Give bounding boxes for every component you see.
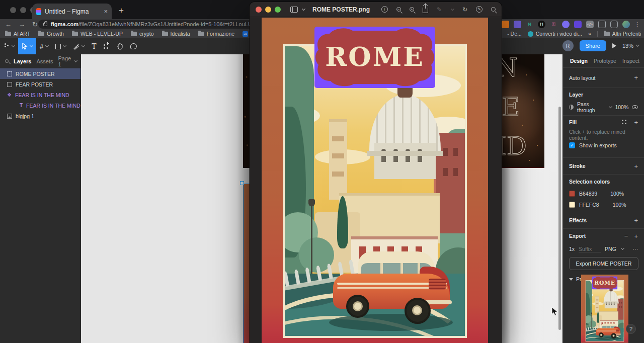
bookmark-item[interactable]: WEB - LEVEL-UP [72,31,123,37]
tab-assets[interactable]: Assets [36,58,53,64]
tab-prototype[interactable]: Prototype [594,58,616,64]
sidebar-toggle-icon[interactable] [290,7,298,13]
profile-avatar[interactable] [622,21,630,28]
chevron-down-icon[interactable] [302,7,305,10]
search-icon[interactable] [5,59,9,63]
preview-titlebar[interactable]: ROME POSTER.png i − + ✎ ↻ ✎ [250,2,502,17]
remove-export-icon[interactable]: − [624,232,628,240]
markup-toolbar-icon[interactable]: ✎ [476,6,482,13]
bookmark-item[interactable]: crypto [131,31,154,37]
preview-window[interactable]: ROME POSTER.png i − + ✎ ↻ ✎ [250,2,502,343]
tab-close-icon[interactable]: × [104,8,108,15]
add-auto-layout-icon[interactable]: + [634,74,638,81]
browser-tab[interactable]: Untitled – Figma × [32,4,112,19]
resources-button[interactable] [100,38,113,54]
close-icon[interactable] [256,7,262,13]
info-icon[interactable]: i [381,6,388,13]
hand-tool-button[interactable] [113,38,127,54]
auto-layout-label: Auto layout [569,75,596,81]
frame-tool-button[interactable]: # [36,38,52,54]
zoom-icon[interactable] [275,7,281,13]
bookmark-item[interactable]: Idealista [162,31,190,37]
add-fill-icon[interactable]: + [634,119,638,126]
key-extension-icon[interactable]: ⚿ [550,21,557,28]
zoom-in-icon[interactable]: + [410,7,414,12]
rotate-icon[interactable]: ↻ [462,7,467,13]
export-button[interactable]: Export ROME POSTER [569,257,638,270]
layer-row-text[interactable]: TFEAR IS IN THE MIND [0,100,80,111]
color-hex[interactable]: B64839 [579,191,597,197]
add-effect-icon[interactable]: + [634,217,638,224]
pen-tool-button[interactable] [69,38,88,54]
comment-tool-button[interactable] [127,38,140,54]
poster-car-wheel [599,332,604,337]
n-extension-icon[interactable]: N [526,21,533,28]
back-icon[interactable]: ← [5,21,12,28]
bookmark-item[interactable]: Converti i video di... [528,31,582,37]
shape-tool-button[interactable] [52,38,69,54]
color-opacity[interactable]: 100% [610,191,624,197]
forward-icon[interactable]: → [19,21,25,28]
layer-opacity[interactable]: 100% [615,104,628,110]
tab-groups-icon[interactable] [610,21,618,28]
fill-styles-icon[interactable] [622,120,627,125]
add-stroke-icon[interactable]: + [634,162,638,170]
reload-icon[interactable]: ↻ [32,21,38,28]
color-swatch[interactable] [569,191,575,197]
extensions-puzzle-icon[interactable] [598,21,606,28]
visibility-eye-icon[interactable] [632,105,638,109]
tab-inspect[interactable]: Inspect [622,58,639,64]
zoom-out-icon[interactable]: − [396,7,401,12]
export-format-dropdown[interactable]: PNG [605,246,616,252]
layer-row-fear-poster[interactable]: FEAR POSTER [0,79,80,90]
help-button[interactable]: ? [626,324,636,334]
bookmark-item[interactable]: Formazione [198,31,234,37]
tab-design[interactable]: Design [570,58,588,64]
present-play-icon[interactable] [612,43,616,48]
export-more-icon[interactable]: ⋯ [633,246,638,252]
bookmark-item[interactable]: Growth [38,31,64,37]
badge-extension-icon[interactable]: 18 [574,21,582,28]
blend-mode-value[interactable]: Pass through [577,101,605,113]
minimize-icon[interactable] [265,7,271,13]
effects-label: Effects [569,217,587,223]
code-extension-icon[interactable]: </> [586,21,594,28]
layer-row-image[interactable]: bigjpg 1 [0,111,80,121]
layer-row-rome-poster[interactable]: ROME POSTER [0,68,80,79]
share-button[interactable]: Share [580,40,606,51]
bookmark-item[interactable]: AI ART [5,31,30,37]
user-avatar[interactable]: R [562,40,574,51]
selection-color-row[interactable]: FFEFC8 100% [569,199,638,210]
bookmarks-overflow-icon[interactable]: » [588,31,591,37]
color-hex[interactable]: FFEFC8 [579,202,599,208]
bookmark-item[interactable]: Altri Preferiti [604,31,641,37]
page-selector[interactable]: Page 1 [58,55,77,67]
main-menu-button[interactable] [0,38,18,54]
search-icon[interactable] [491,7,496,12]
share-icon[interactable] [423,8,428,13]
tab-layers[interactable]: Layers [14,58,31,64]
cloud-extension-icon[interactable] [562,21,570,28]
preview-collapse-icon[interactable] [569,278,573,281]
bookmark-item[interactable]: - De... [507,31,522,37]
h-extension-icon[interactable]: H [538,21,545,28]
export-scale[interactable]: 1x [569,246,575,252]
close-window-icon[interactable] [10,7,16,13]
zoom-level-dropdown[interactable]: 13% [622,43,639,49]
selection-color-row[interactable]: B64839 100% [569,188,638,199]
add-export-icon[interactable]: + [634,232,638,240]
new-tab-button[interactable]: + [119,6,124,15]
canvas-scrollbar[interactable] [558,107,561,330]
move-tool-button[interactable] [18,38,36,54]
show-in-exports-checkbox[interactable]: ✓ [569,142,575,148]
export-suffix-input[interactable] [579,246,601,252]
minimize-window-icon[interactable] [20,7,26,13]
purple-extension-icon[interactable] [514,21,521,28]
text-tool-button[interactable]: T [88,38,100,54]
metamask-extension-icon[interactable] [502,21,509,28]
color-opacity[interactable]: 100% [613,202,626,208]
color-swatch[interactable] [569,202,575,208]
layer-row-component[interactable]: ❖FEAR IS IN THE MIND [0,90,80,100]
browser-menu-icon[interactable]: ⋮ [634,21,640,28]
blend-mode-icon[interactable] [569,105,574,110]
